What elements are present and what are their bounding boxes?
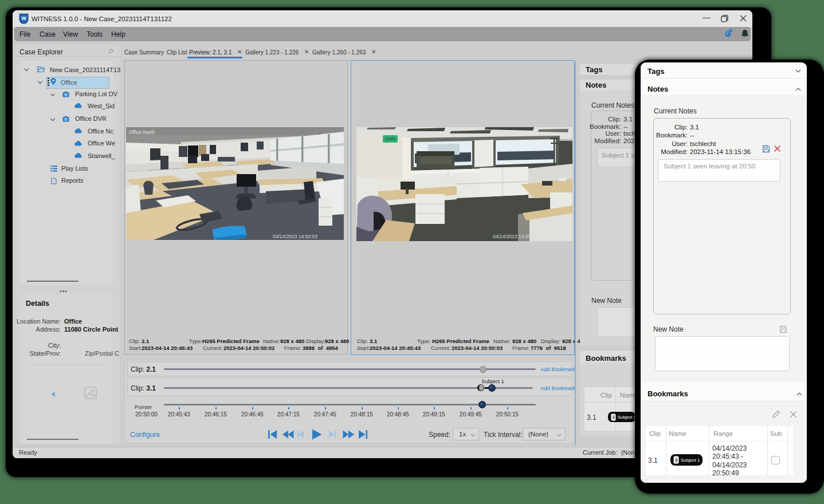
svg-text:04/14/2023 14:50:03: 04/14/2023 14:50:03 — [273, 234, 317, 239]
svg-text:04/14/2023 14:50:03: 04/14/2023 14:50:03 — [493, 234, 537, 239]
svg-text:W: W — [21, 15, 26, 21]
svg-text:Office North: Office North — [129, 129, 155, 135]
svg-text:Office West: Office West — [359, 129, 384, 135]
